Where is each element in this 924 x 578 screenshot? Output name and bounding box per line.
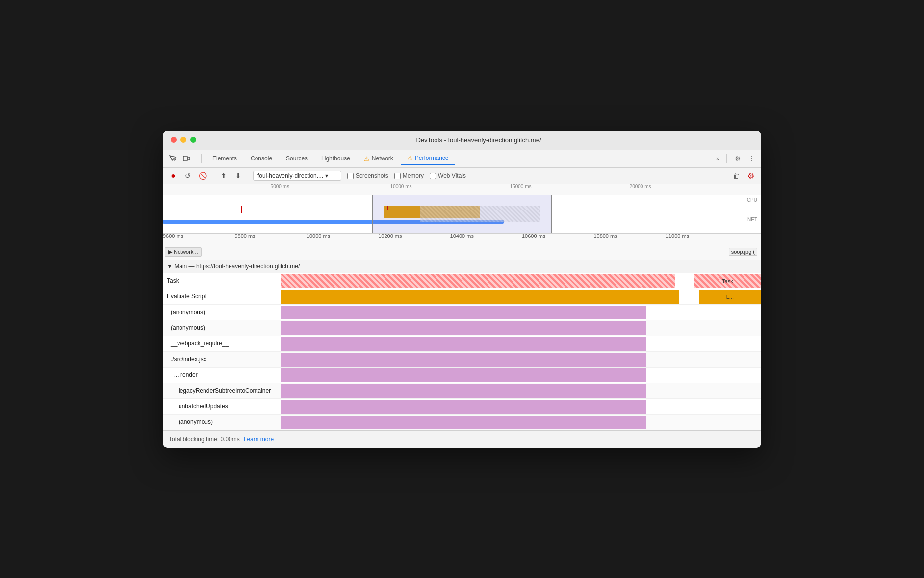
- close-button[interactable]: [171, 137, 177, 143]
- webpack-label: __webpack_require__: [163, 340, 281, 347]
- src-label: ./src/index.jsx: [163, 356, 281, 363]
- record-button[interactable]: ●: [167, 169, 180, 182]
- tab-console[interactable]: Console: [245, 153, 278, 164]
- dr-mark-11000: 11000 ms: [666, 233, 689, 239]
- device-mode-icon[interactable]: [180, 153, 192, 164]
- ruler-mark-20000: 20000 ms: [630, 184, 651, 190]
- devtools-window: DevTools - foul-heavenly-direction.glitc…: [163, 131, 761, 448]
- dr-mark-9800: 9800 ms: [234, 233, 255, 239]
- render-block[interactable]: [281, 368, 646, 382]
- unbatch-block[interactable]: [281, 400, 646, 414]
- tab-lighthouse[interactable]: Lighthouse: [315, 153, 356, 164]
- evaluate-block-2[interactable]: L...: [699, 290, 761, 304]
- table-row: _... render: [163, 368, 761, 383]
- performance-warning-icon: ⚠: [407, 155, 413, 162]
- dr-mark-10200: 10200 ms: [378, 233, 402, 239]
- net-label: NET: [747, 217, 757, 222]
- download-button[interactable]: ⬇: [232, 169, 245, 182]
- unbatch-label: unbatchedUpdates: [163, 403, 281, 410]
- clear-button[interactable]: 🚫: [196, 169, 209, 182]
- webpack-block[interactable]: [281, 337, 646, 351]
- legacy-block[interactable]: [281, 384, 646, 398]
- maximize-button[interactable]: [190, 137, 196, 143]
- evaluate-block[interactable]: [281, 290, 679, 304]
- blocking-time-text: Total blocking time: 0.00ms: [169, 436, 240, 443]
- timeline-overview[interactable]: 5000 ms 10000 ms 15000 ms 20000 ms CPU N…: [163, 184, 761, 234]
- title-bar: DevTools - foul-heavenly-direction.glitc…: [163, 131, 761, 150]
- reload-button[interactable]: ↺: [181, 169, 194, 182]
- url-value: foul-heavenly-direction....: [257, 172, 323, 179]
- table-row: Evaluate Script L...: [163, 289, 761, 305]
- anon-2-block[interactable]: [281, 321, 646, 335]
- toolbar: ● ↺ 🚫 ⬆ ⬇ foul-heavenly-direction.... ▾ …: [163, 168, 761, 184]
- selection-overlay[interactable]: [372, 195, 552, 234]
- dr-mark-10400: 10400 ms: [450, 233, 474, 239]
- src-block[interactable]: [281, 353, 646, 367]
- toolbar-separator-1: [213, 171, 213, 181]
- anon-1-block[interactable]: [281, 306, 646, 319]
- legacy-bar-area: [281, 383, 761, 398]
- legacy-label: legacyRenderSubtreeIntoContainer: [163, 387, 281, 394]
- tab-performance[interactable]: ⚠ Performance: [401, 153, 455, 165]
- minimize-button[interactable]: [180, 137, 186, 143]
- timeline-ruler: 5000 ms 10000 ms 15000 ms 20000 ms: [163, 184, 761, 195]
- render-bar-area: [281, 368, 761, 383]
- memory-checkbox[interactable]: [394, 173, 401, 179]
- traffic-lights: [171, 137, 196, 143]
- tab-console-label: Console: [251, 155, 272, 162]
- table-row: legacyRenderSubtreeIntoContainer: [163, 383, 761, 399]
- render-label: _... render: [163, 371, 281, 378]
- evaluate-bar-area: L...: [281, 289, 761, 304]
- dr-mark-9600: 9600 ms: [163, 233, 183, 239]
- screenshots-checkbox[interactable]: [347, 173, 354, 179]
- table-row: ./src/index.jsx: [163, 352, 761, 368]
- table-row: Task Task: [163, 273, 761, 289]
- anon-3-block[interactable]: [281, 416, 646, 429]
- memory-checkbox-label[interactable]: Memory: [394, 172, 424, 179]
- tab-sources-label: Sources: [286, 155, 308, 162]
- timeline-tracks: CPU NET: [163, 195, 761, 234]
- dr-mark-10800: 10800 ms: [593, 233, 617, 239]
- network-lane: ▶ Network .. soop.jpg (: [163, 244, 761, 260]
- tab-elements-label: Elements: [212, 155, 237, 162]
- web-vitals-checkbox[interactable]: [430, 173, 436, 179]
- status-bar: Total blocking time: 0.00ms Learn more: [163, 430, 761, 448]
- anon-2-bar-area: [281, 320, 761, 336]
- anon-2-label: (anonymous): [163, 324, 281, 331]
- svg-rect-0: [183, 156, 187, 161]
- flame-rows: Task Task Evaluate Script L...: [163, 273, 761, 430]
- tab-network[interactable]: ⚠ Network: [358, 153, 399, 164]
- upload-button[interactable]: ⬆: [217, 169, 230, 182]
- tab-sources[interactable]: Sources: [280, 153, 313, 164]
- performance-settings-button[interactable]: ⚙: [744, 169, 757, 182]
- web-vitals-checkbox-label[interactable]: Web Vitals: [430, 172, 466, 179]
- anon-3-bar-area: [281, 415, 761, 430]
- task-block[interactable]: [281, 274, 675, 288]
- table-row: __webpack_require__: [163, 336, 761, 352]
- trash-button[interactable]: 🗑: [730, 169, 743, 182]
- anon-1-bar-area: [281, 305, 761, 320]
- screenshots-label: Screenshots: [356, 172, 388, 179]
- task-label: Task: [163, 277, 281, 284]
- settings-icon[interactable]: ⚙: [732, 153, 744, 164]
- url-selector[interactable]: foul-heavenly-direction.... ▾: [253, 171, 341, 181]
- task-block-2[interactable]: Task: [694, 274, 761, 288]
- devtools-body: Elements Console Sources Lighthouse ⚠ Ne…: [163, 150, 761, 448]
- inspect-icon[interactable]: [167, 153, 179, 164]
- evaluate-label: Evaluate Script: [163, 293, 281, 300]
- more-options-icon[interactable]: ⋮: [745, 153, 757, 164]
- network-expand-label: ▶ Network ..: [168, 249, 198, 255]
- webpack-bar-area: [281, 336, 761, 351]
- network-expand-button[interactable]: ▶ Network ..: [165, 247, 202, 257]
- ruler-mark-10000: 10000 ms: [390, 184, 412, 190]
- tab-elements[interactable]: Elements: [206, 153, 243, 164]
- svg-rect-1: [188, 157, 190, 160]
- screenshots-checkbox-label[interactable]: Screenshots: [347, 172, 388, 179]
- ruler-mark-15000: 15000 ms: [510, 184, 532, 190]
- cpu-label: CPU: [747, 197, 757, 203]
- learn-more-link[interactable]: Learn more: [244, 436, 274, 443]
- tab-performance-label: Performance: [415, 155, 449, 161]
- flame-chart: ▼ Main — https://foul-heavenly-direction…: [163, 260, 761, 430]
- anon-3-label: (anonymous): [163, 419, 281, 425]
- more-tabs-button[interactable]: »: [714, 154, 721, 163]
